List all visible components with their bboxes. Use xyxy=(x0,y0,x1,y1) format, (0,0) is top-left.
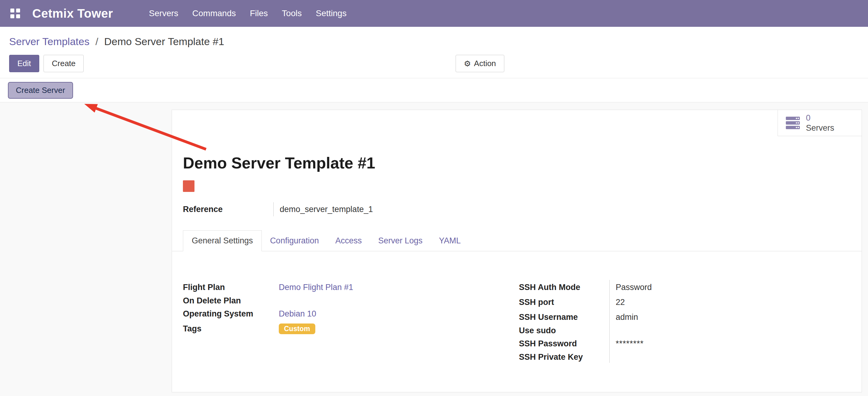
reference-label: Reference xyxy=(183,202,273,216)
field-value: 22 xyxy=(609,295,851,310)
reference-value: demo_server_template_1 xyxy=(273,202,373,216)
form-sheet-card: 0 Servers Demo Server Template #1 Refere… xyxy=(172,110,862,392)
field-label: Flight Plan xyxy=(183,280,279,295)
menu-item-settings[interactable]: Settings xyxy=(315,7,347,20)
form-statusbar: Create Server xyxy=(0,78,868,102)
create-button[interactable]: Create xyxy=(43,55,84,72)
operating-system-link[interactable]: Debian 10 xyxy=(279,309,316,319)
tag-badge: Custom xyxy=(279,323,315,334)
form-sheet: Demo Server Template #1 Reference demo_s… xyxy=(172,154,862,363)
field-groups: Flight Plan Demo Flight Plan #1 On Delet… xyxy=(183,280,851,363)
notebook-tabs: General Settings Configuration Access Se… xyxy=(172,230,862,251)
field-value: Password xyxy=(609,280,851,295)
create-server-button[interactable]: Create Server xyxy=(8,82,73,99)
servers-stat-button[interactable]: 0 Servers xyxy=(778,110,862,136)
field-row-ssh-port: SSH port 22 xyxy=(519,295,851,310)
servers-icon xyxy=(786,117,800,130)
tab-server-logs[interactable]: Server Logs xyxy=(370,231,431,251)
main-menu: Servers Commands Files Tools Settings xyxy=(148,7,347,20)
field-label: Tags xyxy=(183,321,279,336)
menu-item-files[interactable]: Files xyxy=(249,7,269,20)
color-swatch xyxy=(183,180,194,192)
field-row-ssh-auth-mode: SSH Auth Mode Password xyxy=(519,280,851,295)
field-row-use-sudo: Use sudo xyxy=(519,325,851,336)
field-value-empty xyxy=(609,325,851,336)
action-button[interactable]: ⚙ Action xyxy=(456,55,504,72)
field-label: SSH Password xyxy=(519,336,609,351)
field-label: SSH Username xyxy=(519,310,609,325)
servers-count: 0 xyxy=(806,113,834,123)
field-row-ssh-private-key: SSH Private Key xyxy=(519,351,851,363)
action-button-label: Action xyxy=(474,59,496,68)
menu-item-commands[interactable]: Commands xyxy=(192,7,237,20)
field-label: On Delete Plan xyxy=(183,295,279,306)
field-label: Operating System xyxy=(183,306,279,321)
field-label: SSH Private Key xyxy=(519,351,609,363)
field-row-ssh-password: SSH Password ******** xyxy=(519,336,851,351)
tab-configuration[interactable]: Configuration xyxy=(262,231,327,251)
field-row-ssh-username: SSH Username admin xyxy=(519,310,851,325)
field-group-left: Flight Plan Demo Flight Plan #1 On Delet… xyxy=(183,280,519,363)
control-panel-buttons: Edit Create ⚙ Action xyxy=(9,55,859,73)
servers-label: Servers xyxy=(806,123,834,133)
field-value: admin xyxy=(609,310,851,325)
field-row-tags: Tags Custom xyxy=(183,321,519,336)
servers-stat-text: 0 Servers xyxy=(806,113,834,133)
field-label: SSH Auth Mode xyxy=(519,280,609,295)
field-row-operating-system: Operating System Debian 10 xyxy=(183,306,519,321)
top-navbar: Cetmix Tower Servers Commands Files Tool… xyxy=(0,0,868,27)
field-label: Use sudo xyxy=(519,325,609,336)
breadcrumb: Server Templates / Demo Server Template … xyxy=(0,27,868,48)
field-value-empty xyxy=(609,351,851,363)
tab-access[interactable]: Access xyxy=(327,231,370,251)
content-area: 0 Servers Demo Server Template #1 Refere… xyxy=(0,102,868,396)
breadcrumb-current: Demo Server Template #1 xyxy=(104,36,224,47)
menu-item-servers[interactable]: Servers xyxy=(148,7,179,20)
breadcrumb-separator: / xyxy=(95,36,98,47)
page-title: Demo Server Template #1 xyxy=(183,154,851,171)
field-row-on-delete-plan: On Delete Plan xyxy=(183,295,519,306)
field-label: SSH port xyxy=(519,295,609,310)
flight-plan-link[interactable]: Demo Flight Plan #1 xyxy=(279,283,353,292)
apps-grid-icon[interactable] xyxy=(10,8,20,18)
tab-general-settings[interactable]: General Settings xyxy=(183,230,262,251)
field-row-flight-plan: Flight Plan Demo Flight Plan #1 xyxy=(183,280,519,295)
gear-icon: ⚙ xyxy=(464,59,471,68)
menu-item-tools[interactable]: Tools xyxy=(281,7,302,20)
field-value-masked: ******** xyxy=(609,336,851,351)
breadcrumb-parent-link[interactable]: Server Templates xyxy=(9,36,90,47)
brand-title[interactable]: Cetmix Tower xyxy=(32,7,113,21)
edit-button[interactable]: Edit xyxy=(9,55,39,72)
tab-yaml[interactable]: YAML xyxy=(431,231,469,251)
reference-row: Reference demo_server_template_1 xyxy=(183,202,851,216)
field-group-right: SSH Auth Mode Password SSH port 22 SSH U… xyxy=(519,280,851,363)
